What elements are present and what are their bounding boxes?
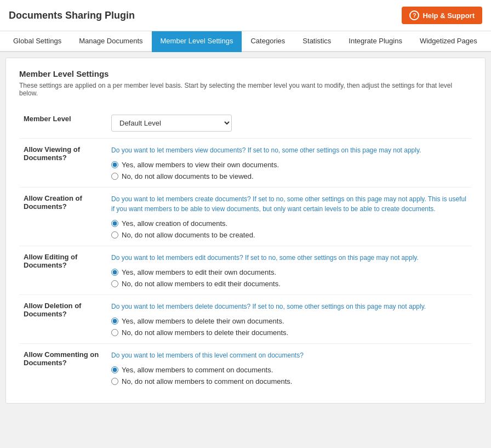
nav-tabs: Global Settings Manage Documents Member … bbox=[0, 31, 491, 52]
allow-creation-no-radio[interactable] bbox=[111, 231, 118, 239]
tab-global-settings[interactable]: Global Settings bbox=[4, 31, 70, 52]
page-title: Documents Sharing Plugin bbox=[9, 10, 135, 21]
allow-viewing-options: Yes, allow members to view their own doc… bbox=[111, 161, 467, 180]
allow-creation-yes[interactable]: Yes, allow creation of documents. bbox=[111, 219, 467, 228]
header: Documents Sharing Plugin ? Help & Suppor… bbox=[0, 0, 491, 31]
allow-deletion-yes-radio[interactable] bbox=[111, 317, 118, 325]
section-title: Member Level Settings bbox=[19, 69, 472, 78]
allow-editing-yes-radio[interactable] bbox=[111, 269, 118, 276]
help-icon: ? bbox=[409, 10, 419, 20]
allow-viewing-value: Do you want to let members view document… bbox=[107, 139, 472, 188]
allow-deletion-yes[interactable]: Yes, allow members to delete their own d… bbox=[111, 317, 467, 325]
allow-creation-desc: Do you want to let members create docume… bbox=[111, 194, 467, 214]
allow-creation-row: Allow Creation of Documents? Do you want… bbox=[19, 188, 472, 246]
allow-deletion-options: Yes, allow members to delete their own d… bbox=[111, 317, 467, 337]
tab-integrate-plugins[interactable]: Integrate Plugins bbox=[340, 31, 411, 52]
allow-creation-options: Yes, allow creation of documents. No, do… bbox=[111, 219, 467, 239]
member-level-label: Member Level bbox=[19, 108, 107, 139]
allow-viewing-row: Allow Viewing of Documents? Do you want … bbox=[19, 139, 472, 188]
allow-editing-label: Allow Editing of Documents? bbox=[19, 246, 107, 295]
allow-commenting-no[interactable]: No, do not allow members to comment on d… bbox=[111, 377, 467, 385]
allow-deletion-no-radio[interactable] bbox=[111, 329, 118, 336]
tab-categories[interactable]: Categories bbox=[242, 31, 294, 52]
allow-editing-desc: Do you want to let members edit document… bbox=[111, 253, 467, 263]
allow-editing-options: Yes, allow members to edit their own doc… bbox=[111, 268, 467, 288]
allow-viewing-desc: Do you want to let members view document… bbox=[111, 145, 467, 155]
allow-commenting-no-radio[interactable] bbox=[111, 378, 118, 385]
section-description: These settings are applied on a per memb… bbox=[19, 82, 472, 97]
allow-commenting-options: Yes, allow members to comment on documen… bbox=[111, 366, 467, 385]
member-level-select[interactable]: Default Level Level 1 Level 2 Level 3 bbox=[111, 115, 232, 132]
allow-creation-value: Do you want to let members create docume… bbox=[107, 188, 472, 246]
allow-viewing-yes-radio[interactable] bbox=[111, 161, 118, 168]
allow-editing-row: Allow Editing of Documents? Do you want … bbox=[19, 246, 472, 295]
allow-commenting-yes[interactable]: Yes, allow members to comment on documen… bbox=[111, 366, 467, 374]
allow-editing-no-radio[interactable] bbox=[111, 280, 118, 287]
allow-commenting-label: Allow Commenting on Documents? bbox=[19, 344, 107, 393]
allow-deletion-no[interactable]: No, do not allow members to delete their… bbox=[111, 328, 467, 337]
allow-viewing-label: Allow Viewing of Documents? bbox=[19, 139, 107, 188]
allow-creation-no[interactable]: No, do not allow documents to be created… bbox=[111, 231, 467, 239]
allow-viewing-no[interactable]: No, do not allow documents to be viewed. bbox=[111, 172, 467, 180]
allow-editing-yes[interactable]: Yes, allow members to edit their own doc… bbox=[111, 268, 467, 276]
allow-deletion-label: Allow Deletion of Documents? bbox=[19, 295, 107, 344]
allow-commenting-yes-radio[interactable] bbox=[111, 366, 118, 373]
allow-viewing-no-radio[interactable] bbox=[111, 173, 118, 180]
allow-commenting-row: Allow Commenting on Documents? Do you wa… bbox=[19, 344, 472, 393]
tab-member-level-settings[interactable]: Member Level Settings bbox=[152, 31, 242, 52]
settings-table: Member Level Default Level Level 1 Level… bbox=[19, 108, 472, 392]
tab-widgetized-pages[interactable]: Widgetized Pages bbox=[411, 31, 486, 52]
allow-creation-label: Allow Creation of Documents? bbox=[19, 188, 107, 246]
allow-editing-value: Do you want to let members edit document… bbox=[107, 246, 472, 295]
tab-manage-documents[interactable]: Manage Documents bbox=[70, 31, 151, 52]
allow-viewing-yes[interactable]: Yes, allow members to view their own doc… bbox=[111, 161, 467, 169]
allow-deletion-value: Do you want to let members delete docume… bbox=[107, 295, 472, 344]
main-content: Member Level Settings These settings are… bbox=[5, 58, 486, 404]
allow-editing-no[interactable]: No, do not allow members to edit their d… bbox=[111, 280, 467, 288]
help-support-button[interactable]: ? Help & Support bbox=[402, 7, 482, 24]
tab-statistics[interactable]: Statistics bbox=[294, 31, 340, 52]
allow-creation-yes-radio[interactable] bbox=[111, 220, 118, 227]
allow-commenting-value: Do you want to let members of this level… bbox=[107, 344, 472, 393]
allow-commenting-desc: Do you want to let members of this level… bbox=[111, 350, 467, 360]
allow-deletion-desc: Do you want to let members delete docume… bbox=[111, 302, 467, 311]
allow-deletion-row: Allow Deletion of Documents? Do you want… bbox=[19, 295, 472, 344]
member-level-value: Default Level Level 1 Level 2 Level 3 bbox=[107, 108, 472, 139]
member-level-row: Member Level Default Level Level 1 Level… bbox=[19, 108, 472, 139]
